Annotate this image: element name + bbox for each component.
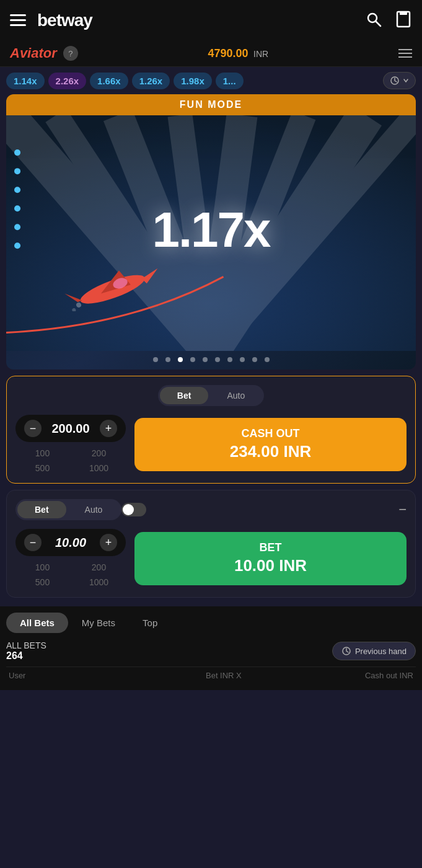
- slide-dot-1[interactable]: [165, 357, 170, 362]
- svg-point-16: [14, 187, 20, 193]
- bet-label-2: BET: [141, 541, 400, 555]
- hamburger-menu[interactable]: [10, 14, 26, 26]
- quick-amt-1-1000[interactable]: 1000: [72, 462, 126, 474]
- slide-dot-3[interactable]: [190, 357, 195, 362]
- quick-amt-2-100[interactable]: 100: [15, 561, 69, 574]
- bet-panel-2: Bet Auto − − 10.00 + 100 200 500: [6, 490, 416, 598]
- bet-button-2[interactable]: BET 10.00 INR: [134, 532, 407, 585]
- slide-dot-4[interactable]: [203, 357, 208, 362]
- multiplier-bar: 1.14x 2.26x 1.66x 1.26x 1.98x 1...: [0, 67, 422, 94]
- svg-point-18: [14, 224, 20, 230]
- bet-amount-value-2: 10.00: [234, 556, 275, 575]
- increase-btn-2[interactable]: +: [100, 534, 117, 551]
- all-bets-info: ALL BETS 264: [6, 640, 46, 662]
- mult-item-1[interactable]: 2.26x: [48, 73, 87, 89]
- collapse-panel-2[interactable]: −: [398, 502, 407, 518]
- receipt-icon[interactable]: [395, 11, 412, 30]
- bet-panels: Bet Auto − 200.00 + 100 200 500 1000 CAS…: [0, 370, 422, 604]
- bets-tabs: All Bets My Bets Top: [6, 613, 416, 633]
- bet-amount-currency-2: INR: [279, 556, 307, 575]
- decrease-btn-1[interactable]: −: [24, 420, 42, 437]
- bet-panel-1: Bet Auto − 200.00 + 100 200 500 1000 CAS…: [6, 376, 416, 484]
- bets-header: ALL BETS 264 Previous hand: [6, 640, 416, 662]
- mult-item-2[interactable]: 1.66x: [90, 73, 128, 89]
- svg-point-26: [72, 308, 77, 311]
- mult-item-3[interactable]: 1.26x: [132, 73, 170, 89]
- bet-tab-2-auto[interactable]: Auto: [68, 501, 120, 518]
- header: betway: [0, 0, 422, 40]
- history-button[interactable]: [383, 72, 416, 89]
- balance-value: 4790.00: [208, 47, 248, 60]
- bet-amount-label-2: 10.00 INR: [141, 556, 400, 577]
- cash-out-label: CASH OUT: [141, 427, 400, 441]
- slide-dot-2[interactable]: [178, 357, 183, 362]
- aviator-logo: Aviator: [10, 45, 57, 61]
- bet-tabs-1: Bet Auto: [158, 385, 264, 406]
- bet-panel-2-row: − 10.00 + 100 200 500 1000 BET 10.00 INR: [15, 529, 407, 588]
- bets-tab-top[interactable]: Top: [129, 613, 171, 633]
- panel-2-header: Bet Auto −: [15, 499, 407, 520]
- bets-tab-all[interactable]: All Bets: [6, 613, 68, 633]
- quick-amt-2-1000[interactable]: 1000: [72, 576, 126, 588]
- all-bets-count: 264: [6, 650, 46, 662]
- header-right: [365, 11, 412, 30]
- cash-out-value: 234.00: [230, 442, 279, 461]
- cash-out-amount: 234.00 INR: [141, 441, 400, 463]
- quick-amt-1-200[interactable]: 200: [72, 447, 126, 459]
- canvas-dots: [6, 351, 416, 370]
- col-cash-header: Cash out INR: [287, 671, 413, 680]
- auto-toggle-2: [121, 503, 146, 516]
- plane-icon: [56, 262, 167, 314]
- svg-point-14: [14, 149, 20, 156]
- slide-dot-9[interactable]: [265, 357, 270, 362]
- mult-item-0[interactable]: 1.14x: [6, 73, 45, 89]
- mult-item-5[interactable]: 1...: [216, 73, 244, 89]
- increase-btn-1[interactable]: +: [100, 420, 117, 437]
- game-info-bar: Aviator ? 4790.00 INR: [0, 40, 422, 67]
- bet-tab-1-bet[interactable]: Bet: [160, 387, 209, 404]
- slide-dot-5[interactable]: [215, 357, 220, 362]
- quick-amounts-2: 100 200 500 1000: [15, 561, 126, 588]
- bet-panel-1-row: − 200.00 + 100 200 500 1000 CASH OUT 234…: [15, 415, 407, 474]
- bets-tab-my[interactable]: My Bets: [68, 613, 129, 633]
- mult-item-4[interactable]: 1.98x: [174, 73, 212, 89]
- betway-logo: betway: [37, 11, 92, 30]
- previous-hand-button[interactable]: Previous hand: [332, 642, 416, 660]
- svg-point-17: [14, 205, 20, 211]
- fun-mode-banner: FUN MODE: [6, 94, 416, 115]
- slide-dot-0[interactable]: [153, 357, 158, 362]
- quick-amt-2-500[interactable]: 500: [15, 576, 69, 588]
- col-bet-header: Bet INR X: [160, 671, 287, 680]
- amount-control-2: − 10.00 +: [15, 529, 126, 556]
- game-menu-icon[interactable]: [398, 49, 412, 58]
- table-header: User Bet INR X Cash out INR: [6, 666, 416, 684]
- svg-line-1: [376, 21, 381, 26]
- slide-dot-7[interactable]: [240, 357, 245, 362]
- quick-amt-2-200[interactable]: 200: [72, 561, 126, 574]
- toggle-track-2[interactable]: [121, 503, 146, 516]
- header-left: betway: [10, 11, 92, 30]
- svg-point-25: [76, 302, 82, 308]
- slide-dot-6[interactable]: [227, 357, 232, 362]
- previous-hand-label: Previous hand: [355, 647, 407, 656]
- toggle-knob-2: [123, 504, 134, 515]
- quick-amounts-1: 100 200 500 1000: [15, 447, 126, 474]
- multiplier-display: 1.17x: [152, 202, 270, 259]
- quick-amt-1-100[interactable]: 100: [15, 447, 69, 459]
- bet-tab-2-bet[interactable]: Bet: [17, 501, 66, 518]
- bet-tab-1-auto[interactable]: Auto: [209, 387, 262, 404]
- cash-out-button[interactable]: CASH OUT 234.00 INR: [134, 418, 407, 471]
- amount-value-1: 200.00: [49, 422, 92, 436]
- balance-currency: INR: [253, 49, 268, 59]
- help-button[interactable]: ?: [63, 46, 78, 61]
- canvas-inner: 1.17x: [6, 115, 416, 351]
- search-icon[interactable]: [365, 11, 382, 30]
- all-bets-label: ALL BETS: [6, 640, 46, 650]
- col-user-header: User: [9, 671, 160, 680]
- bets-section: All Bets My Bets Top ALL BETS 264 Previo…: [0, 606, 422, 690]
- decrease-btn-2[interactable]: −: [24, 534, 42, 551]
- quick-amt-1-500[interactable]: 500: [15, 462, 69, 474]
- amount-control-1: − 200.00 +: [15, 415, 126, 442]
- slide-dot-8[interactable]: [252, 357, 257, 362]
- svg-point-15: [14, 168, 20, 174]
